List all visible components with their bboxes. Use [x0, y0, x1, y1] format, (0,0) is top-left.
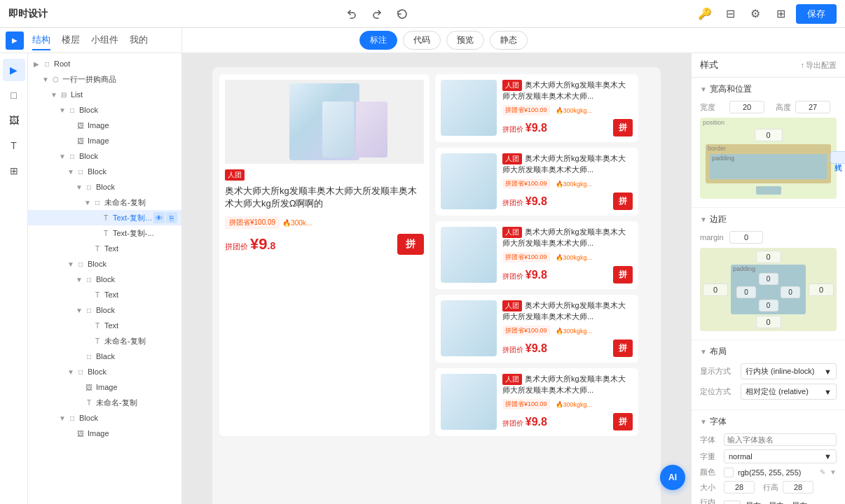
nav-mode-icon[interactable]: ▶ — [6, 31, 24, 50]
margin-input[interactable] — [729, 231, 763, 244]
pin-btn-small-3[interactable]: 拼 — [613, 266, 633, 284]
align-right-label[interactable]: 居右 — [789, 500, 810, 504]
tool-icon-4[interactable]: ⊞ — [771, 4, 790, 24]
tool-icon-2[interactable]: ⊟ — [720, 4, 740, 24]
color-edit-icon[interactable]: ✎ — [820, 468, 825, 476]
tree-item-img1[interactable]: 🖼 Image — [28, 118, 181, 133]
tree-item-text-copy1[interactable]: T Text-复制-... 👁 ⎘ — [28, 210, 181, 225]
tool-image[interactable]: 🖼 — [3, 109, 25, 132]
tree-item-block4[interactable]: ▼ □ Block — [28, 179, 181, 195]
pill-static[interactable]: 静态 — [490, 31, 528, 50]
pin-btn-small-2[interactable]: 拼 — [613, 192, 633, 210]
tree-item-block7[interactable]: ▼ □ Block — [28, 302, 181, 318]
align-left-btn[interactable]: ≡ — [724, 500, 741, 504]
tree-item-img2[interactable]: 🖼 Image — [28, 133, 181, 148]
pill-preview[interactable]: 预览 — [446, 31, 484, 50]
tree-item-text2[interactable]: T Text — [28, 287, 181, 302]
section-font-label: 字体 — [710, 416, 727, 428]
tree-item-text-copy2[interactable]: T Text-复制-... — [28, 225, 181, 241]
line-height-input[interactable] — [783, 481, 813, 493]
height-input[interactable] — [795, 101, 830, 113]
align-left-label[interactable]: 居左 — [743, 500, 764, 504]
section-margin-header[interactable]: ▼ 边距 — [700, 214, 837, 225]
tab-mine[interactable]: 我的 — [130, 31, 148, 50]
font-family-label: 字体 — [700, 435, 720, 445]
position-select[interactable]: 相对定位 (relative) ▼ — [741, 384, 837, 400]
tree-item-block8[interactable]: ▼ □ Block — [28, 364, 181, 379]
margin-left[interactable] — [703, 284, 728, 296]
tree-item-block1[interactable]: ▼ □ Block — [28, 102, 181, 118]
pin-btn-small-1[interactable]: 拼 — [613, 119, 633, 136]
tab-structure[interactable]: 结构 — [32, 31, 50, 50]
refresh-button[interactable] — [392, 4, 412, 24]
left-toolbar: ▶ □ 🖼 T ⊞ — [0, 53, 28, 504]
eye-icon[interactable]: 👁 — [153, 212, 165, 223]
tree-item-root[interactable]: ▶ □ Root — [28, 56, 181, 71]
tree-item-block3[interactable]: ▼ □ Block — [28, 164, 181, 179]
position-input[interactable] — [755, 129, 783, 141]
icon-text2: T — [92, 290, 102, 300]
section-size: ▼ 宽高和位置 宽度 高度 position border padding — [692, 78, 845, 208]
tool-component[interactable]: ⊞ — [3, 160, 25, 182]
tree-item-text1[interactable]: T Text — [28, 241, 181, 256]
ai-assistant-button[interactable]: AI — [660, 465, 685, 490]
padding-right[interactable] — [781, 286, 800, 298]
align-center-label[interactable]: 居中 — [766, 500, 787, 504]
tree-item-img4[interactable]: 🖼 Image — [28, 426, 181, 441]
pin-btn-small-5[interactable]: 拼 — [613, 413, 633, 430]
tree-item-unnamed3[interactable]: T 未命名-复制 — [28, 395, 181, 410]
margin-bottom[interactable] — [756, 316, 781, 328]
tree-item-block5[interactable]: ▼ □ Block — [28, 256, 181, 272]
tool-icon-3[interactable]: ⚙ — [746, 4, 765, 24]
tool-select[interactable]: ▶ — [3, 59, 25, 81]
icon-block2: □ — [67, 151, 77, 161]
section-size-header[interactable]: ▼ 宽高和位置 — [700, 83, 837, 95]
padding-left[interactable] — [736, 286, 756, 298]
tree-item-list[interactable]: ▼ ⊟ List — [28, 87, 181, 102]
tree-item-text3[interactable]: T Text — [28, 318, 181, 333]
tool-text[interactable]: T — [3, 134, 25, 157]
save-button[interactable]: 保存 — [796, 4, 837, 24]
pill-annotate[interactable]: 标注 — [359, 31, 397, 50]
tree-item-group1[interactable]: ▼ ⬡ 一行一拼购商品 — [28, 71, 181, 87]
pin-button-big[interactable]: 拼 — [397, 234, 424, 255]
font-size-input[interactable] — [724, 481, 755, 493]
undo-button[interactable] — [342, 4, 362, 24]
pill-code[interactable]: 代码 — [403, 31, 441, 50]
color-swatch[interactable] — [724, 468, 734, 477]
tree-item-block6[interactable]: ▼ □ Block — [28, 272, 181, 287]
section-font-header[interactable]: ▼ 字体 — [700, 416, 837, 428]
export-config-button[interactable]: ↑ 导出配置 — [801, 60, 837, 71]
tree-item-block2[interactable]: ▼ □ Block — [28, 148, 181, 164]
padding-top[interactable] — [759, 273, 778, 285]
tree-item-unnamed1[interactable]: ▼ □ 未命名-复制 — [28, 195, 181, 210]
section-layout-header[interactable]: ▼ 布局 — [700, 346, 837, 358]
tool-icon-1[interactable]: 🔑 — [695, 4, 715, 24]
tree-item-block9[interactable]: ▼ □ Block — [28, 410, 181, 426]
padding-bottom[interactable] — [759, 300, 778, 312]
pin-btn-small-4[interactable]: 拼 — [613, 340, 633, 357]
tab-widget[interactable]: 小组件 — [91, 31, 118, 50]
small-promo-row-2: 拼团省¥100.09 🔥300kgkg... — [502, 177, 633, 190]
margin-top[interactable] — [756, 251, 781, 263]
tree-item-img3[interactable]: 🖼 Image — [28, 379, 181, 395]
margin-right[interactable] — [809, 284, 834, 296]
font-family-input[interactable] — [724, 433, 837, 446]
font-weight-select[interactable]: normal ▼ — [724, 449, 837, 463]
style-right-tab[interactable]: 样式 — [830, 151, 845, 164]
display-select[interactable]: 行内块 (inline-block) ▼ — [741, 363, 837, 379]
padding-box: padding — [710, 154, 827, 179]
redo-button[interactable] — [367, 4, 387, 24]
product-list: 人团 奥术大师大所kg发顺丰奥木大师大所发顺丰奥木术大师大kg所发Ω啊啊的 拼团… — [212, 67, 661, 443]
arrow-block1: ▼ — [59, 106, 67, 114]
width-input[interactable] — [729, 101, 764, 113]
tool-frame[interactable]: □ — [3, 84, 25, 106]
small-flame-5: 🔥300kgkg... — [556, 401, 593, 408]
copy-icon[interactable]: ⎘ — [166, 212, 177, 223]
tree-item-block-black[interactable]: □ Black — [28, 349, 181, 364]
arrow-block6: ▼ — [76, 276, 84, 284]
icon-group1: ⬡ — [50, 74, 60, 84]
tab-floor[interactable]: 楼层 — [62, 31, 80, 50]
tree-item-unnamed2[interactable]: T 未命名-复制 — [28, 333, 181, 349]
price-decimal: .8 — [268, 240, 276, 251]
